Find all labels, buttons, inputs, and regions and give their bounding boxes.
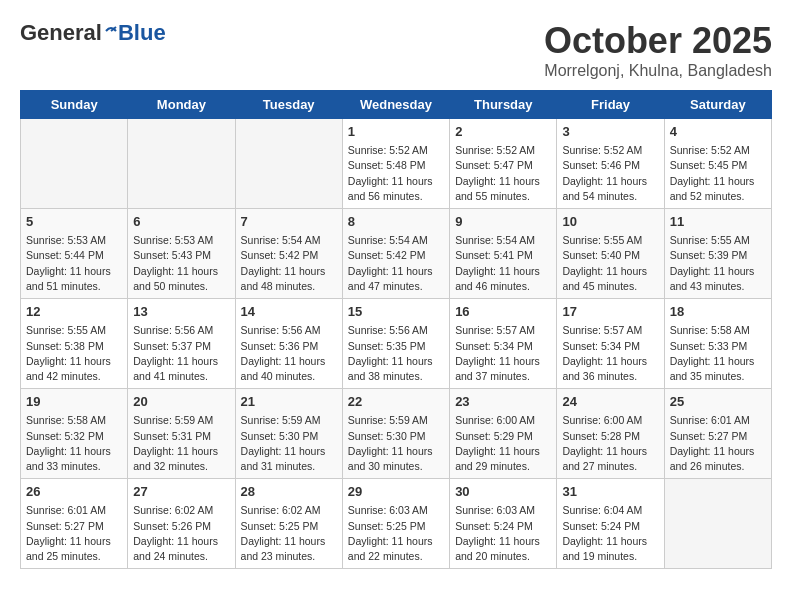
calendar-cell: 27Sunrise: 6:02 AMSunset: 5:26 PMDayligh… — [128, 479, 235, 569]
calendar-cell: 11Sunrise: 5:55 AMSunset: 5:39 PMDayligh… — [664, 209, 771, 299]
cell-content: Sunrise: 6:03 AMSunset: 5:24 PMDaylight:… — [455, 503, 551, 564]
day-number: 16 — [455, 303, 551, 321]
cell-content: Sunrise: 5:56 AMSunset: 5:36 PMDaylight:… — [241, 323, 337, 384]
day-number: 5 — [26, 213, 122, 231]
cell-content: Sunrise: 5:54 AMSunset: 5:42 PMDaylight:… — [241, 233, 337, 294]
cell-content: Sunrise: 6:00 AMSunset: 5:28 PMDaylight:… — [562, 413, 658, 474]
calendar-week-row: 26Sunrise: 6:01 AMSunset: 5:27 PMDayligh… — [21, 479, 772, 569]
day-number: 18 — [670, 303, 766, 321]
cell-content: Sunrise: 5:59 AMSunset: 5:30 PMDaylight:… — [241, 413, 337, 474]
calendar-cell: 25Sunrise: 6:01 AMSunset: 5:27 PMDayligh… — [664, 389, 771, 479]
calendar-cell: 23Sunrise: 6:00 AMSunset: 5:29 PMDayligh… — [450, 389, 557, 479]
day-number: 9 — [455, 213, 551, 231]
day-number: 1 — [348, 123, 444, 141]
calendar-week-row: 5Sunrise: 5:53 AMSunset: 5:44 PMDaylight… — [21, 209, 772, 299]
calendar-week-row: 1Sunrise: 5:52 AMSunset: 5:48 PMDaylight… — [21, 119, 772, 209]
day-number: 13 — [133, 303, 229, 321]
cell-content: Sunrise: 5:55 AMSunset: 5:39 PMDaylight:… — [670, 233, 766, 294]
calendar-header: SundayMondayTuesdayWednesdayThursdayFrid… — [21, 91, 772, 119]
calendar-cell: 20Sunrise: 5:59 AMSunset: 5:31 PMDayligh… — [128, 389, 235, 479]
calendar-cell — [128, 119, 235, 209]
day-number: 2 — [455, 123, 551, 141]
logo-general-text: General — [20, 20, 102, 46]
cell-content: Sunrise: 5:59 AMSunset: 5:31 PMDaylight:… — [133, 413, 229, 474]
cell-content: Sunrise: 5:54 AMSunset: 5:41 PMDaylight:… — [455, 233, 551, 294]
day-of-week-header: Wednesday — [342, 91, 449, 119]
cell-content: Sunrise: 5:54 AMSunset: 5:42 PMDaylight:… — [348, 233, 444, 294]
cell-content: Sunrise: 5:57 AMSunset: 5:34 PMDaylight:… — [455, 323, 551, 384]
days-of-week-row: SundayMondayTuesdayWednesdayThursdayFrid… — [21, 91, 772, 119]
calendar-cell: 22Sunrise: 5:59 AMSunset: 5:30 PMDayligh… — [342, 389, 449, 479]
day-number: 6 — [133, 213, 229, 231]
day-number: 7 — [241, 213, 337, 231]
cell-content: Sunrise: 5:52 AMSunset: 5:48 PMDaylight:… — [348, 143, 444, 204]
calendar-cell — [235, 119, 342, 209]
day-number: 3 — [562, 123, 658, 141]
cell-content: Sunrise: 5:58 AMSunset: 5:32 PMDaylight:… — [26, 413, 122, 474]
day-number: 8 — [348, 213, 444, 231]
calendar-cell: 12Sunrise: 5:55 AMSunset: 5:38 PMDayligh… — [21, 299, 128, 389]
logo: General Blue — [20, 20, 166, 46]
cell-content: Sunrise: 5:55 AMSunset: 5:40 PMDaylight:… — [562, 233, 658, 294]
day-number: 29 — [348, 483, 444, 501]
calendar-cell: 8Sunrise: 5:54 AMSunset: 5:42 PMDaylight… — [342, 209, 449, 299]
calendar-cell: 18Sunrise: 5:58 AMSunset: 5:33 PMDayligh… — [664, 299, 771, 389]
cell-content: Sunrise: 5:52 AMSunset: 5:47 PMDaylight:… — [455, 143, 551, 204]
cell-content: Sunrise: 5:52 AMSunset: 5:46 PMDaylight:… — [562, 143, 658, 204]
calendar-cell: 3Sunrise: 5:52 AMSunset: 5:46 PMDaylight… — [557, 119, 664, 209]
day-number: 17 — [562, 303, 658, 321]
cell-content: Sunrise: 6:04 AMSunset: 5:24 PMDaylight:… — [562, 503, 658, 564]
calendar-cell: 4Sunrise: 5:52 AMSunset: 5:45 PMDaylight… — [664, 119, 771, 209]
day-number: 26 — [26, 483, 122, 501]
cell-content: Sunrise: 5:52 AMSunset: 5:45 PMDaylight:… — [670, 143, 766, 204]
cell-content: Sunrise: 5:59 AMSunset: 5:30 PMDaylight:… — [348, 413, 444, 474]
calendar-cell: 5Sunrise: 5:53 AMSunset: 5:44 PMDaylight… — [21, 209, 128, 299]
day-of-week-header: Tuesday — [235, 91, 342, 119]
cell-content: Sunrise: 6:00 AMSunset: 5:29 PMDaylight:… — [455, 413, 551, 474]
day-number: 15 — [348, 303, 444, 321]
day-of-week-header: Sunday — [21, 91, 128, 119]
day-number: 20 — [133, 393, 229, 411]
cell-content: Sunrise: 5:58 AMSunset: 5:33 PMDaylight:… — [670, 323, 766, 384]
cell-content: Sunrise: 6:02 AMSunset: 5:25 PMDaylight:… — [241, 503, 337, 564]
title-block: October 2025 Morrelgonj, Khulna, Banglad… — [544, 20, 772, 80]
calendar-week-row: 19Sunrise: 5:58 AMSunset: 5:32 PMDayligh… — [21, 389, 772, 479]
calendar-cell: 10Sunrise: 5:55 AMSunset: 5:40 PMDayligh… — [557, 209, 664, 299]
calendar-cell — [664, 479, 771, 569]
calendar-cell: 30Sunrise: 6:03 AMSunset: 5:24 PMDayligh… — [450, 479, 557, 569]
logo-blue-text: Blue — [118, 20, 166, 46]
calendar-cell: 16Sunrise: 5:57 AMSunset: 5:34 PMDayligh… — [450, 299, 557, 389]
calendar-cell: 1Sunrise: 5:52 AMSunset: 5:48 PMDaylight… — [342, 119, 449, 209]
logo-icon — [104, 24, 118, 38]
calendar-cell: 28Sunrise: 6:02 AMSunset: 5:25 PMDayligh… — [235, 479, 342, 569]
cell-content: Sunrise: 6:02 AMSunset: 5:26 PMDaylight:… — [133, 503, 229, 564]
day-number: 23 — [455, 393, 551, 411]
day-of-week-header: Thursday — [450, 91, 557, 119]
day-number: 14 — [241, 303, 337, 321]
calendar-cell: 17Sunrise: 5:57 AMSunset: 5:34 PMDayligh… — [557, 299, 664, 389]
calendar-cell: 29Sunrise: 6:03 AMSunset: 5:25 PMDayligh… — [342, 479, 449, 569]
month-title: October 2025 — [544, 20, 772, 62]
cell-content: Sunrise: 6:03 AMSunset: 5:25 PMDaylight:… — [348, 503, 444, 564]
calendar-cell: 2Sunrise: 5:52 AMSunset: 5:47 PMDaylight… — [450, 119, 557, 209]
day-number: 30 — [455, 483, 551, 501]
day-number: 24 — [562, 393, 658, 411]
day-number: 31 — [562, 483, 658, 501]
day-number: 10 — [562, 213, 658, 231]
day-number: 27 — [133, 483, 229, 501]
calendar-cell — [21, 119, 128, 209]
day-of-week-header: Friday — [557, 91, 664, 119]
cell-content: Sunrise: 5:56 AMSunset: 5:37 PMDaylight:… — [133, 323, 229, 384]
calendar-cell: 7Sunrise: 5:54 AMSunset: 5:42 PMDaylight… — [235, 209, 342, 299]
cell-content: Sunrise: 5:53 AMSunset: 5:44 PMDaylight:… — [26, 233, 122, 294]
day-number: 22 — [348, 393, 444, 411]
day-of-week-header: Saturday — [664, 91, 771, 119]
cell-content: Sunrise: 5:53 AMSunset: 5:43 PMDaylight:… — [133, 233, 229, 294]
day-number: 4 — [670, 123, 766, 141]
calendar-cell: 15Sunrise: 5:56 AMSunset: 5:35 PMDayligh… — [342, 299, 449, 389]
calendar-cell: 21Sunrise: 5:59 AMSunset: 5:30 PMDayligh… — [235, 389, 342, 479]
calendar-table: SundayMondayTuesdayWednesdayThursdayFrid… — [20, 90, 772, 569]
calendar-cell: 31Sunrise: 6:04 AMSunset: 5:24 PMDayligh… — [557, 479, 664, 569]
cell-content: Sunrise: 5:55 AMSunset: 5:38 PMDaylight:… — [26, 323, 122, 384]
calendar-cell: 19Sunrise: 5:58 AMSunset: 5:32 PMDayligh… — [21, 389, 128, 479]
